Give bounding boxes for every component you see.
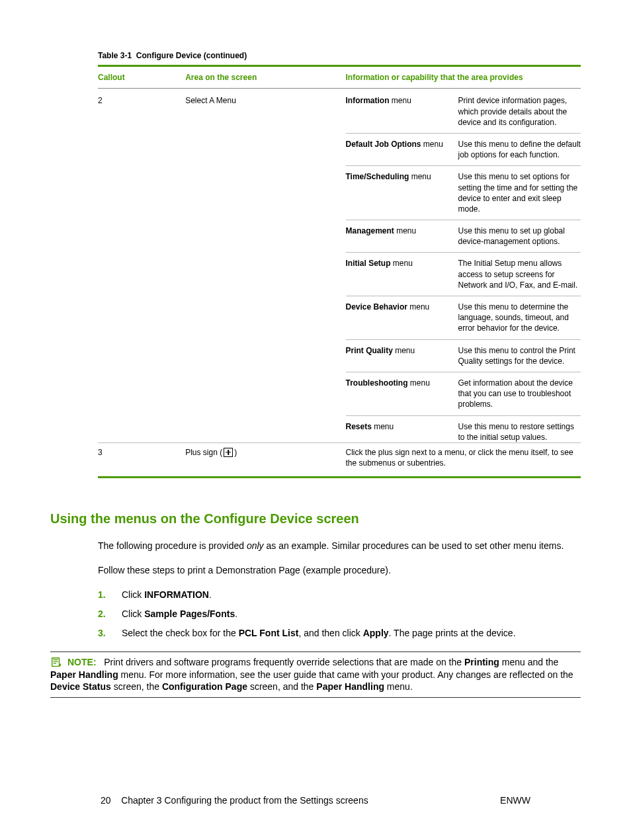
- menu-name: Management menu: [346, 226, 458, 247]
- menu-row: Information menuPrint device information…: [346, 95, 581, 134]
- menu-name: Default Job Options menu: [346, 139, 458, 160]
- cell-callout: 2: [98, 89, 185, 443]
- footer-right: ENWW: [500, 794, 530, 807]
- note-label: NOTE:: [67, 657, 97, 667]
- cell-callout: 3: [98, 442, 185, 477]
- menu-description: Use this menu to determine the language,…: [458, 302, 581, 334]
- note-icon: [50, 656, 62, 668]
- paragraph: The following procedure is provided only…: [98, 540, 581, 552]
- th-callout: Callout: [98, 66, 185, 89]
- chapter-title: Chapter 3 Configuring the product from t…: [121, 795, 368, 806]
- menu-row: Initial Setup menuThe Initial Setup menu…: [346, 253, 581, 296]
- list-item: Click INFORMATION.: [122, 589, 581, 601]
- note-text: Print drivers and software programs freq…: [50, 657, 573, 693]
- menu-row: Device Behavior menuUse this menu to det…: [346, 296, 581, 340]
- page-number: 20: [101, 795, 111, 806]
- th-info: Information or capability that the area …: [346, 66, 581, 89]
- paragraph: Follow these steps to print a Demonstrat…: [98, 564, 581, 577]
- table-caption: Table 3-1 Configure Device (continued): [98, 50, 581, 61]
- menu-name: Time/Scheduling menu: [346, 171, 458, 214]
- menu-name: Initial Setup menu: [346, 258, 458, 290]
- th-area: Area on the screen: [185, 66, 345, 89]
- note-block: NOTE: Print drivers and software program…: [50, 651, 581, 698]
- menu-name: Print Quality menu: [346, 345, 458, 366]
- menu-row: Resets menuUse this menu to restore sett…: [346, 416, 581, 442]
- menu-row: Troubleshooting menuGet information abou…: [346, 372, 581, 416]
- section-heading: Using the menus on the Configure Device …: [50, 510, 581, 528]
- page-footer: 20 Chapter 3 Configuring the product fro…: [101, 794, 530, 807]
- menu-description: Print device information pages, which pr…: [458, 95, 581, 128]
- cell-info: Click the plus sign next to a menu, or c…: [346, 442, 581, 477]
- menu-row: Print Quality menuUse this menu to contr…: [346, 340, 581, 372]
- cell-area: Plus sign (): [185, 442, 345, 477]
- menu-description: Get information about the device that yo…: [458, 378, 581, 410]
- list-item: Select the check box for the PCL Font Li…: [122, 627, 581, 640]
- menu-description: Use this menu to set up global device-ma…: [458, 226, 581, 247]
- menu-name: Device Behavior menu: [346, 302, 458, 334]
- menu-name: Resets menu: [346, 421, 458, 442]
- steps-list: Click INFORMATION. Click Sample Pages/Fo…: [98, 589, 581, 640]
- menu-description: Use this menu to define the default job …: [458, 139, 581, 160]
- table-row: 3 Plus sign () Click the plus sign next …: [98, 442, 581, 477]
- menu-description: Use this menu to restore settings to the…: [458, 421, 581, 442]
- table-row: 2 Select A Menu Information menuPrint de…: [98, 89, 581, 443]
- menu-description: The Initial Setup menu allows access to …: [458, 258, 581, 290]
- plus-sign-icon: [224, 448, 233, 457]
- list-item: Click Sample Pages/Fonts.: [122, 608, 581, 620]
- cell-area: Select A Menu: [185, 89, 345, 443]
- menu-row: Time/Scheduling menuUse this menu to set…: [346, 166, 581, 220]
- menu-name: Troubleshooting menu: [346, 378, 458, 410]
- menu-row: Default Job Options menuUse this menu to…: [346, 134, 581, 166]
- menu-description: Use this menu to control the Print Quali…: [458, 345, 581, 366]
- menu-row: Management menuUse this menu to set up g…: [346, 220, 581, 253]
- menu-description: Use this menu to set options for setting…: [458, 171, 581, 214]
- menu-name: Information menu: [346, 95, 458, 128]
- configure-device-table: Callout Area on the screen Information o…: [98, 65, 581, 478]
